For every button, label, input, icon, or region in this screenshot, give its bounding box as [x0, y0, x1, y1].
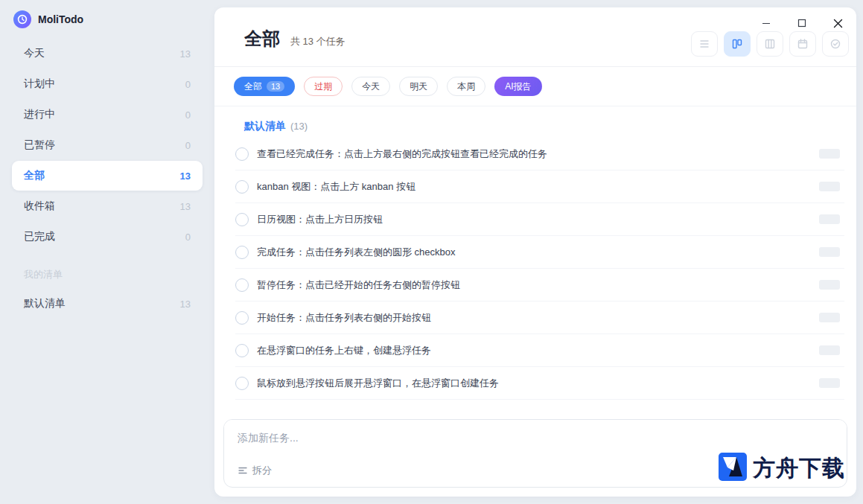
- filter-all-count-badge: 13: [267, 81, 284, 92]
- count-badge: 0: [185, 79, 191, 90]
- task-title: 日历视图：点击上方日历按钮: [257, 213, 819, 226]
- minimize-button[interactable]: [757, 13, 776, 33]
- sidebar-nav: 今天 13 计划中 0 进行中 0 已暂停 0 全部 13 收件箱 13 已完成…: [0, 36, 214, 252]
- task-row[interactable]: kanban 视图：点击上方 kanban 按钮: [235, 170, 844, 203]
- sidebar-item-default-list[interactable]: 默认清单 13: [12, 289, 203, 319]
- board-view-button[interactable]: [724, 31, 751, 57]
- task-title: 开始任务：点击任务列表右侧的开始按钮: [257, 311, 819, 325]
- task-title: 鼠标放到悬浮按钮后展开悬浮窗口，在悬浮窗口创建任务: [257, 377, 819, 390]
- task-checkbox[interactable]: [235, 344, 249, 357]
- task-checkbox[interactable]: [235, 147, 249, 161]
- filter-all[interactable]: 全部 13: [234, 77, 295, 96]
- task-checkbox[interactable]: [235, 213, 249, 226]
- group-count: (13): [290, 121, 308, 132]
- task-group-header: 默认清单 (13): [214, 106, 856, 138]
- task-checkbox[interactable]: [235, 311, 249, 325]
- sidebar-lists: 默认清单 13: [0, 286, 214, 319]
- main-panel: 全部 共 13 个任务 全部 13 过期 今天 明天 本周 AI报告 默认清单 …: [214, 7, 856, 497]
- sidebar-item-inbox[interactable]: 收件箱 13: [12, 191, 203, 221]
- maximize-button[interactable]: [792, 13, 812, 33]
- sidebar-item-paused[interactable]: 已暂停 0: [12, 130, 203, 160]
- kanban-view-button[interactable]: [757, 31, 783, 57]
- task-title: 完成任务：点击任务列表左侧的圆形 checkbox: [257, 246, 819, 259]
- filter-overdue[interactable]: 过期: [304, 77, 343, 96]
- app-logo-icon: [13, 10, 31, 28]
- task-action-button[interactable]: [819, 280, 840, 290]
- count-badge: 13: [180, 201, 191, 212]
- view-switcher: [691, 31, 849, 57]
- task-checkbox[interactable]: [235, 377, 249, 390]
- sidebar-item-in-progress[interactable]: 进行中 0: [12, 100, 203, 130]
- ai-report-button[interactable]: AI报告: [494, 77, 541, 96]
- task-row[interactable]: 暂停任务：点击已经开始的任务右侧的暂停按钮: [235, 269, 844, 302]
- list-view-button[interactable]: [691, 31, 718, 57]
- composer-toolbar: 拆分: [224, 464, 847, 487]
- completed-view-button[interactable]: [822, 31, 849, 57]
- sidebar-item-today[interactable]: 今天 13: [12, 39, 203, 68]
- calendar-view-button[interactable]: [789, 31, 816, 57]
- new-task-composer: 拆分: [223, 419, 847, 488]
- split-task-button[interactable]: 拆分: [238, 464, 272, 477]
- task-row[interactable]: 鼠标放到悬浮按钮后展开悬浮窗口，在悬浮窗口创建任务: [235, 367, 844, 400]
- my-lists-section-label: 我的清单: [24, 268, 214, 281]
- task-checkbox[interactable]: [235, 246, 249, 259]
- task-title: kanban 视图：点击上方 kanban 按钮: [257, 180, 819, 194]
- task-checkbox[interactable]: [235, 278, 249, 292]
- task-action-button[interactable]: [819, 182, 840, 191]
- window-controls: [757, 13, 847, 33]
- count-badge: 0: [185, 109, 191, 121]
- page-title: 全部: [244, 27, 280, 51]
- task-list: 查看已经完成任务：点击上方最右侧的完成按钮查看已经完成的任务 kanban 视图…: [214, 138, 856, 400]
- sidebar-item-all[interactable]: 全部 13: [12, 161, 203, 191]
- task-title: 在悬浮窗口的任务上右键，创建悬浮任务: [257, 344, 819, 357]
- task-row[interactable]: 日历视图：点击上方日历按钮: [235, 203, 844, 236]
- task-row[interactable]: 查看已经完成任务：点击上方最右侧的完成按钮查看已经完成的任务: [235, 138, 844, 170]
- task-title: 暂停任务：点击已经开始的任务右侧的暂停按钮: [257, 278, 819, 292]
- new-task-input[interactable]: [224, 420, 847, 464]
- group-title[interactable]: 默认清单: [244, 120, 286, 133]
- task-action-button[interactable]: [819, 214, 840, 224]
- task-row[interactable]: 开始任务：点击任务列表右侧的开始按钮: [235, 302, 844, 334]
- app-brand: MoliTodo: [0, 0, 214, 36]
- task-row[interactable]: 完成任务：点击任务列表左侧的圆形 checkbox: [235, 236, 844, 269]
- task-action-button[interactable]: [819, 149, 840, 159]
- filter-this-week[interactable]: 本周: [447, 77, 485, 96]
- count-badge: 13: [180, 48, 191, 60]
- task-action-button[interactable]: [819, 247, 840, 257]
- task-count-subtitle: 共 13 个任务: [290, 35, 345, 48]
- filter-bar: 全部 13 过期 今天 明天 本周 AI报告: [214, 67, 856, 106]
- filter-today[interactable]: 今天: [351, 77, 390, 96]
- task-checkbox[interactable]: [235, 180, 249, 194]
- task-action-button[interactable]: [819, 345, 840, 355]
- sidebar: MoliTodo 今天 13 计划中 0 进行中 0 已暂停 0 全部 13 收…: [0, 0, 214, 504]
- sidebar-item-completed[interactable]: 已完成 0: [12, 222, 203, 252]
- filter-tomorrow[interactable]: 明天: [399, 77, 438, 96]
- count-badge: 0: [185, 232, 191, 243]
- task-action-button[interactable]: [819, 378, 840, 388]
- task-action-button[interactable]: [819, 313, 840, 322]
- app-title: MoliTodo: [38, 13, 83, 25]
- close-button[interactable]: [828, 13, 847, 33]
- sidebar-item-planned[interactable]: 计划中 0: [12, 69, 203, 99]
- task-row[interactable]: 在悬浮窗口的任务上右键，创建悬浮任务: [235, 334, 844, 367]
- task-title: 查看已经完成任务：点击上方最右侧的完成按钮查看已经完成的任务: [257, 147, 819, 161]
- count-badge: 0: [185, 140, 191, 151]
- count-badge: 13: [180, 170, 191, 182]
- count-badge: 13: [180, 299, 191, 310]
